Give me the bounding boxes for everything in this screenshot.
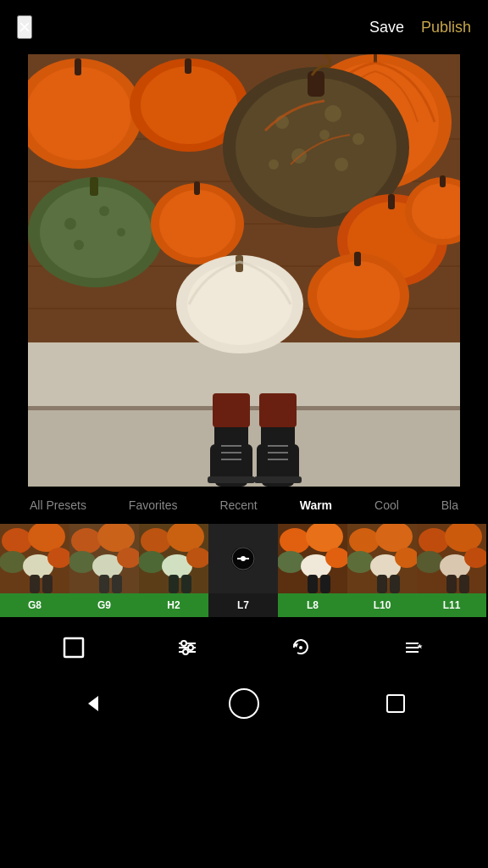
svg-rect-51 [440, 175, 446, 187]
svg-rect-92 [139, 524, 208, 593]
filter-l7[interactable]: L7 [208, 524, 278, 617]
svg-rect-59 [254, 476, 302, 483]
svg-rect-29 [308, 71, 324, 97]
filter-l8[interactable]: L8 [278, 524, 347, 617]
svg-point-15 [28, 67, 131, 160]
svg-point-38 [159, 190, 236, 258]
selected-indicator [231, 547, 255, 570]
nav-bar [0, 678, 488, 732]
filter-label-g8: G8 [0, 593, 69, 617]
svg-rect-19 [185, 58, 191, 74]
svg-rect-103 [320, 575, 330, 593]
svg-rect-36 [90, 177, 98, 196]
svg-point-31 [40, 186, 152, 278]
filter-label-l11: L11 [417, 593, 486, 617]
tab-cool[interactable]: Cool [371, 498, 402, 512]
adjust-tool-button[interactable] [172, 632, 202, 663]
tab-all-presets[interactable]: All Presets [26, 498, 90, 512]
presets-tool-button[interactable] [399, 632, 430, 663]
svg-point-99 [278, 551, 304, 573]
svg-rect-39 [194, 181, 200, 195]
svg-rect-112 [347, 524, 417, 593]
svg-point-23 [324, 105, 341, 122]
main-image [28, 54, 460, 487]
tab-warm[interactable]: Warm [297, 498, 336, 512]
svg-rect-74 [0, 524, 69, 593]
filter-strip: G8 G9 [0, 524, 488, 617]
filter-thumb-l11 [417, 524, 486, 593]
filter-g9[interactable]: G9 [69, 524, 139, 617]
svg-rect-45 [388, 194, 395, 209]
filter-label-l8: L8 [278, 593, 347, 617]
svg-point-97 [280, 528, 310, 554]
filter-thumb-h2 [139, 524, 208, 593]
filter-thumb-g8 [0, 524, 69, 593]
svg-rect-121 [417, 524, 486, 593]
filter-g8[interactable]: G8 [0, 524, 69, 617]
svg-point-128 [183, 649, 188, 654]
filter-tabs: All Presets Favorites Recent Warm Cool B… [0, 487, 488, 524]
svg-point-33 [99, 206, 109, 216]
svg-point-21 [236, 78, 396, 217]
svg-rect-55 [259, 393, 297, 427]
svg-rect-48 [354, 252, 361, 266]
publish-button[interactable]: Publish [421, 19, 471, 36]
filter-h2[interactable]: H2 [139, 524, 208, 617]
svg-rect-122 [64, 638, 83, 657]
svg-point-34 [117, 228, 125, 236]
svg-point-24 [352, 133, 364, 145]
filter-label-g9: G9 [69, 593, 139, 617]
tab-bla[interactable]: Bla [438, 498, 462, 512]
home-button[interactable] [227, 687, 261, 721]
top-bar: × Save Publish [0, 0, 488, 54]
svg-point-28 [319, 130, 330, 140]
svg-rect-58 [208, 476, 255, 483]
filter-label-l7: L7 [208, 593, 278, 617]
filter-thumb-l8 [278, 524, 347, 593]
tab-favorites[interactable]: Favorites [125, 498, 181, 512]
svg-rect-83 [69, 524, 139, 593]
svg-marker-135 [88, 696, 98, 711]
filter-l10[interactable]: L10 [347, 524, 417, 617]
tab-recent[interactable]: Recent [216, 498, 260, 512]
svg-rect-54 [213, 393, 250, 427]
filter-thumb-l7 [208, 524, 278, 593]
frame-tool-button[interactable] [58, 632, 89, 663]
recent-apps-button[interactable] [379, 687, 413, 721]
svg-point-130 [299, 646, 302, 649]
svg-point-126 [181, 641, 186, 646]
filter-thumb-l10 [347, 524, 417, 593]
home-circle [229, 688, 259, 719]
bottom-toolbar [0, 617, 488, 678]
svg-point-26 [335, 158, 348, 171]
filter-label-h2: H2 [139, 593, 208, 617]
svg-point-47 [317, 261, 400, 331]
history-tool-button[interactable] [286, 632, 316, 663]
filter-label-l10: L10 [347, 593, 417, 617]
top-actions: Save Publish [369, 19, 471, 36]
filter-thumb-g9 [69, 524, 139, 593]
back-button[interactable] [75, 687, 109, 721]
svg-rect-16 [75, 58, 81, 75]
svg-rect-102 [308, 575, 318, 593]
svg-point-95 [241, 556, 246, 561]
filter-l11[interactable]: L11 [417, 524, 486, 617]
svg-point-27 [269, 159, 279, 170]
svg-point-41 [187, 264, 292, 345]
save-button[interactable]: Save [369, 19, 404, 36]
recent-square [386, 694, 405, 713]
close-button[interactable]: × [17, 15, 32, 39]
svg-point-35 [74, 240, 84, 250]
svg-point-18 [141, 66, 237, 144]
svg-point-127 [188, 645, 193, 650]
svg-point-32 [64, 218, 76, 230]
